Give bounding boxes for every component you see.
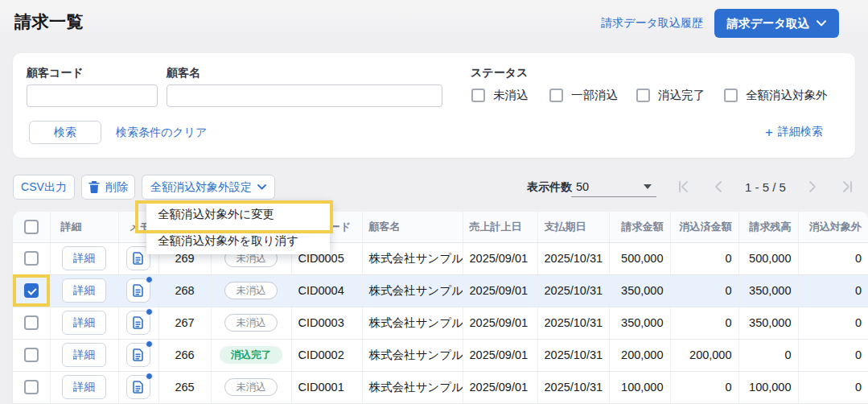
status-checkbox-partial[interactable] [549,89,563,102]
bulk-exclude-menu-label: 全額消込対象外設定 [150,180,252,195]
col-header-due-date: 支払期日 [537,212,609,242]
advanced-search-link[interactable]: + 詳細検索 [765,125,823,139]
memo-button[interactable] [126,311,150,335]
row-checkbox[interactable] [24,251,39,266]
balance-cell: 100,000 [738,371,798,403]
table-row: 詳細 267 未消込 CID0003 株式会社サンプル 2025/09/01 2… [13,307,868,339]
chevron-down-icon [817,20,826,27]
status-option-label: 未消込 [493,88,529,103]
select-all-checkbox[interactable] [24,220,39,234]
status-checkbox-done[interactable] [636,89,650,102]
prev-page-icon[interactable] [710,179,726,195]
memo-dot [146,373,153,380]
cleared-amount-cell: 0 [670,307,738,339]
status-option-label: 一部消込 [571,88,618,103]
page-info: 1 - 5 / 5 [745,180,786,194]
row-checkbox[interactable] [24,348,39,362]
memo-file-icon [133,381,144,394]
invoice-amount-cell: 350,000 [609,274,670,307]
cleared-amount-cell: 0 [670,242,738,274]
customer-code-cell: CID0003 [291,307,362,339]
cleared-amount-cell: 0 [670,371,738,403]
menu-item-unset-excluded[interactable]: 全額消込対象外を取り消す [146,228,330,254]
excluded-amount-cell: 0 [798,371,868,403]
status-option-done: 消込完了 [636,88,705,103]
customer-code-input[interactable] [27,85,158,107]
col-header-sales-date: 売上計上日 [463,212,537,242]
status-option-excluded: 全額消込対象外 [724,88,828,103]
invoice-no-cell: 267 [158,307,211,339]
customer-name-cell: 株式会社サンプル [362,371,463,403]
bulk-exclude-menu-button[interactable]: 全額消込対象外設定 [142,175,275,200]
invoice-no-cell: 268 [158,274,211,307]
clear-search-link[interactable]: 検索条件のクリア [116,126,207,140]
invoice-import-button-label: 請求データ取込 [727,16,809,31]
customer-name-input[interactable] [167,85,442,107]
memo-file-icon [133,348,144,361]
customer-name-cell: 株式会社サンプル [362,274,463,307]
excluded-amount-cell: 0 [798,242,868,274]
detail-button[interactable]: 詳細 [62,278,106,303]
invoice-amount-cell: 350,000 [609,307,670,339]
detail-button[interactable]: 詳細 [62,375,106,399]
memo-file-icon [133,252,144,265]
memo-file-icon [133,316,144,329]
table-header-row: 詳細 メモ 請求番号 ステータス 顧客コード 顧客名 売上計上日 支払期日 請求… [13,212,868,242]
memo-button[interactable] [126,278,150,303]
memo-button[interactable] [126,375,150,399]
row-checkbox[interactable] [24,315,39,330]
pagination: 1 - 5 / 5 [676,175,855,198]
detail-button[interactable]: 詳細 [62,311,106,335]
customer-code-cell: CID0001 [291,371,362,403]
menu-item-set-excluded[interactable]: 全額消込対象外に変更 [146,201,330,228]
cleared-amount-cell: 0 [670,274,738,307]
customer-code-cell: CID0002 [291,339,362,371]
sales-date-cell: 2025/09/01 [463,339,537,371]
import-history-link[interactable]: 請求データ取込履歴 [601,16,703,31]
memo-dot [146,276,153,283]
invoice-amount-cell: 100,000 [609,371,670,403]
invoice-amount-cell: 200,000 [609,339,670,371]
search-button[interactable]: 検索 [29,121,101,144]
trash-icon [88,181,100,193]
page-title: 請求一覧 [14,10,84,33]
balance-cell: 500,000 [738,242,798,274]
status-badge: 未消込 [224,282,278,300]
next-page-icon[interactable] [804,179,821,195]
row-checkbox[interactable] [24,283,39,298]
first-page-icon[interactable] [676,179,692,195]
delete-button[interactable]: 削除 [81,175,135,200]
col-header-excluded: 消込対象外 [798,212,868,242]
col-header-customer-name: 顧客名 [362,212,463,242]
detail-button[interactable]: 詳細 [62,246,106,270]
customer-code-label: 顧客コード [27,66,84,80]
status-option-partial: 一部消込 [549,88,618,103]
page-size-select[interactable]: 50 [571,176,656,197]
detail-button[interactable]: 詳細 [62,343,106,367]
cleared-amount-cell: 200,000 [670,339,738,371]
balance-cell: 0 [738,339,798,371]
memo-button[interactable] [126,343,150,367]
excluded-amount-cell: 0 [798,307,868,339]
last-page-icon[interactable] [839,179,855,195]
customer-name-cell: 株式会社サンプル [362,307,463,339]
table-row: 詳細 268 未消込 CID0004 株式会社サンプル 2025/09/01 2… [13,274,868,307]
customer-code-cell: CID0004 [291,274,362,307]
csv-export-button[interactable]: CSV出力 [13,175,75,200]
col-header-detail: 詳細 [50,212,118,242]
sales-date-cell: 2025/09/01 [463,371,537,403]
table-row: 詳細 269 未消込 CID0005 株式会社サンプル 2025/09/01 2… [13,242,868,274]
status-checkbox-excluded[interactable] [724,89,738,102]
customer-name-cell: 株式会社サンプル [362,242,463,274]
row-checkbox[interactable] [24,380,39,394]
status-badge: 消込完了 [220,346,282,365]
due-date-cell: 2025/10/31 [537,274,609,307]
invoice-import-button[interactable]: 請求データ取込 [714,9,839,38]
status-checkbox-unclears[interactable] [471,89,485,102]
invoice-no-cell: 266 [158,339,211,371]
search-panel: 顧客コード 顧客名 ステータス 未消込 一部消込 消込完了 全額消込対象外 検索… [13,53,855,158]
memo-file-icon [133,284,144,297]
status-option-unclears: 未消込 [471,88,529,103]
due-date-cell: 2025/10/31 [537,307,609,339]
sales-date-cell: 2025/09/01 [463,242,537,274]
